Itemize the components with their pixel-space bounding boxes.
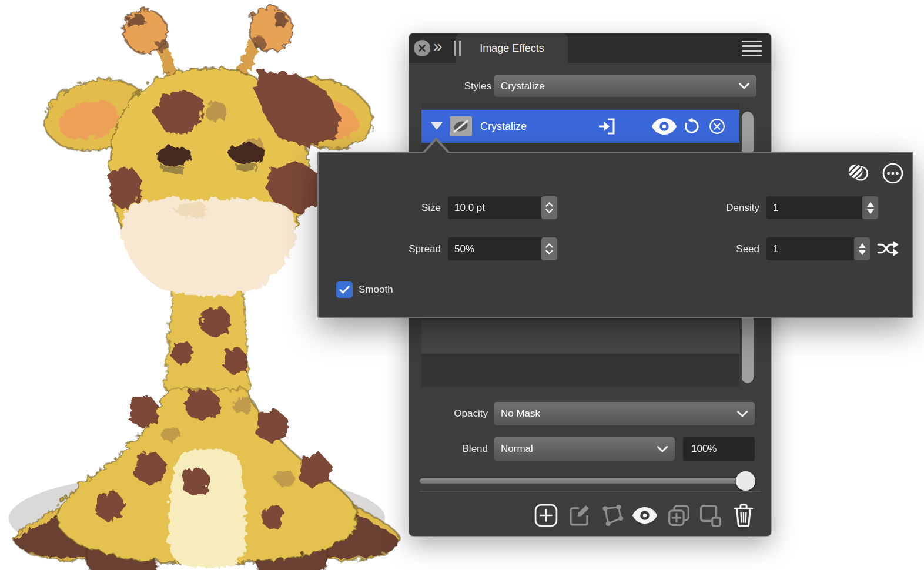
seed-field [766, 237, 870, 260]
tab-image-effects[interactable]: Image Effects [456, 33, 568, 63]
randomize-seed-button[interactable] [877, 240, 899, 260]
chevron-down-icon [657, 446, 668, 452]
styles-dropdown[interactable]: Crystalize [494, 75, 756, 97]
visibility-eye-icon[interactable] [652, 118, 677, 135]
spread-label: Spread [353, 237, 441, 260]
styles-dropdown-value: Crystalize [501, 81, 739, 92]
density-input[interactable] [766, 196, 862, 219]
panel-close-button[interactable] [414, 40, 430, 56]
toggle-visibility-button[interactable] [631, 502, 658, 529]
copy-to-button[interactable] [697, 502, 724, 529]
app-window: Image Effects » Styles Crystalize [0, 0, 924, 570]
effect-row-empty[interactable] [421, 320, 739, 354]
polygon-nodes-icon [600, 504, 624, 527]
duplicate-plus-icon [668, 504, 690, 527]
ellipsis-circle-icon [882, 162, 904, 185]
chevron-down-icon [739, 83, 749, 89]
chevron-up-icon [545, 202, 553, 207]
density-label: Density [671, 196, 759, 219]
chevron-down-icon [737, 411, 748, 417]
blend-label: Blend [427, 437, 488, 461]
size-field [448, 196, 557, 219]
effect-row-label: Crystalize [480, 110, 527, 143]
duplicate-add-button[interactable] [665, 502, 692, 529]
size-input[interactable] [448, 196, 541, 219]
chevron-down-icon [545, 209, 553, 213]
effect-row-crystalize[interactable]: Crystalize [421, 110, 739, 143]
chevron-up-icon [545, 243, 553, 248]
blend-mode-value: Normal [501, 443, 657, 455]
edit-effect-button[interactable] [565, 502, 592, 529]
spin-down-icon [867, 209, 874, 214]
spin-up-icon [867, 202, 874, 207]
edit-pencil-icon [568, 504, 590, 527]
shuffle-icon [877, 240, 899, 257]
copy-squares-icon [699, 504, 722, 527]
no-fill-icon [451, 118, 471, 135]
hatched-circles-icon [846, 162, 869, 185]
merge-into-icon[interactable] [598, 118, 615, 135]
spread-input[interactable] [448, 237, 541, 260]
more-options-button[interactable] [882, 162, 904, 185]
opacity-slider-thumb[interactable] [736, 471, 755, 491]
trash-icon [734, 504, 754, 527]
opacity-slider[interactable] [420, 478, 755, 484]
styles-label: Styles [433, 75, 491, 97]
blend-mode-dropdown[interactable]: Normal [494, 437, 675, 461]
reset-undo-icon[interactable] [684, 118, 701, 135]
smooth-label: Smooth [359, 281, 393, 298]
add-icon [534, 504, 558, 527]
size-label: Size [353, 196, 441, 219]
crystalize-settings-popup: Size Density Spread Seed [317, 152, 913, 318]
texture-preview-button[interactable] [846, 162, 869, 185]
toolbar-divider [420, 491, 761, 492]
delete-effect-icon[interactable] [709, 118, 727, 135]
spread-stepper[interactable] [541, 237, 557, 260]
close-icon [417, 43, 427, 53]
smooth-checkbox[interactable] [336, 281, 353, 298]
seed-label: Seed [671, 237, 759, 260]
effect-thumbnail [450, 116, 472, 136]
seed-input[interactable] [766, 237, 854, 260]
density-field [766, 196, 878, 219]
panel-menu-icon[interactable] [742, 41, 762, 59]
spin-up-icon [859, 243, 866, 248]
edit-nodes-button[interactable] [598, 502, 625, 529]
opacity-dropdown[interactable]: No Mask [494, 402, 755, 425]
opacity-label: Opacity [427, 402, 488, 425]
chevron-down-icon [545, 250, 553, 254]
checkmark-icon [339, 286, 350, 294]
seed-spinner[interactable] [854, 237, 870, 260]
blend-opacity-input[interactable] [683, 443, 755, 455]
spread-field [448, 237, 557, 260]
add-effect-button[interactable] [533, 502, 560, 529]
size-stepper[interactable] [541, 196, 557, 219]
panel-header: Image Effects » [409, 33, 771, 63]
effect-row-empty[interactable] [421, 354, 739, 387]
drag-handle-icon[interactable] [454, 41, 462, 56]
spin-down-icon [859, 250, 866, 255]
delete-button[interactable] [730, 502, 757, 529]
disclosure-triangle-icon[interactable] [431, 122, 443, 130]
density-spinner[interactable] [862, 196, 878, 219]
opacity-dropdown-value: No Mask [501, 408, 737, 420]
collapse-chevrons-icon[interactable]: » [433, 37, 441, 56]
blend-opacity-field[interactable] [683, 437, 755, 461]
eye-icon [632, 507, 657, 524]
